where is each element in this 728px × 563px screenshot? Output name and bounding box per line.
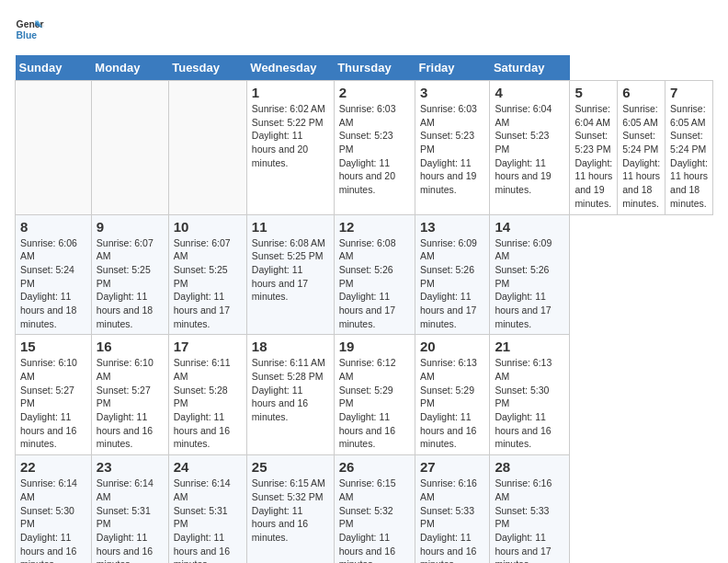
day-number: 9: [97, 219, 164, 235]
day-cell-27: 27 Sunrise: 6:16 AMSunset: 5:33 PMDaylig…: [415, 455, 490, 563]
header: General Blue: [15, 15, 713, 44]
day-info: Sunrise: 6:14 AMSunset: 5:31 PMDaylight:…: [174, 477, 231, 563]
day-number: 22: [20, 459, 86, 475]
day-cell-15: 15 Sunrise: 6:10 AMSunset: 5:27 PMDaylig…: [16, 335, 92, 455]
week-row-4: 22 Sunrise: 6:14 AMSunset: 5:30 PMDaylig…: [16, 455, 713, 563]
day-info: Sunrise: 6:08 AMSunset: 5:26 PMDaylight:…: [339, 237, 396, 329]
calendar-table: SundayMondayTuesdayWednesdayThursdayFrid…: [15, 55, 713, 563]
empty-cell: [16, 81, 92, 215]
day-cell-11: 11 Sunrise: 6:08 AMSunset: 5:25 PMDaylig…: [246, 214, 334, 335]
day-number: 23: [97, 459, 164, 475]
day-cell-12: 12 Sunrise: 6:08 AMSunset: 5:26 PMDaylig…: [334, 214, 415, 335]
header-row: SundayMondayTuesdayWednesdayThursdayFrid…: [16, 55, 713, 81]
logo: General Blue: [15, 15, 44, 44]
day-info: Sunrise: 6:13 AMSunset: 5:30 PMDaylight:…: [495, 357, 552, 449]
day-info: Sunrise: 6:11 AMSunset: 5:28 PMDaylight:…: [252, 357, 325, 422]
week-row-2: 8 Sunrise: 6:06 AMSunset: 5:24 PMDayligh…: [16, 214, 713, 335]
day-cell-24: 24 Sunrise: 6:14 AMSunset: 5:31 PMDaylig…: [168, 455, 246, 563]
day-cell-8: 8 Sunrise: 6:06 AMSunset: 5:24 PMDayligh…: [16, 214, 92, 335]
day-number: 8: [20, 219, 86, 235]
day-info: Sunrise: 6:10 AMSunset: 5:27 PMDaylight:…: [97, 357, 154, 449]
col-header-wednesday: Wednesday: [246, 55, 334, 81]
day-info: Sunrise: 6:03 AMSunset: 5:23 PMDaylight:…: [339, 103, 396, 195]
col-header-sunday: Sunday: [16, 55, 92, 81]
day-cell-21: 21 Sunrise: 6:13 AMSunset: 5:30 PMDaylig…: [490, 335, 570, 455]
day-number: 27: [420, 459, 484, 475]
logo-icon: General Blue: [15, 15, 44, 44]
day-info: Sunrise: 6:14 AMSunset: 5:31 PMDaylight:…: [97, 477, 154, 563]
day-info: Sunrise: 6:14 AMSunset: 5:30 PMDaylight:…: [20, 477, 77, 563]
day-info: Sunrise: 6:15 AMSunset: 5:32 PMDaylight:…: [252, 477, 325, 543]
day-cell-2: 2 Sunrise: 6:03 AMSunset: 5:23 PMDayligh…: [334, 81, 415, 215]
day-number: 25: [252, 459, 329, 475]
day-number: 14: [495, 219, 564, 235]
day-cell-26: 26 Sunrise: 6:15 AMSunset: 5:32 PMDaylig…: [334, 455, 415, 563]
col-header-friday: Friday: [415, 55, 490, 81]
col-header-tuesday: Tuesday: [168, 55, 246, 81]
day-cell-16: 16 Sunrise: 6:10 AMSunset: 5:27 PMDaylig…: [91, 335, 168, 455]
week-row-3: 15 Sunrise: 6:10 AMSunset: 5:27 PMDaylig…: [16, 335, 713, 455]
day-info: Sunrise: 6:04 AMSunset: 5:23 PMDaylight:…: [574, 103, 612, 209]
day-info: Sunrise: 6:02 AMSunset: 5:22 PMDaylight:…: [252, 103, 325, 168]
day-cell-23: 23 Sunrise: 6:14 AMSunset: 5:31 PMDaylig…: [91, 455, 168, 563]
day-cell-17: 17 Sunrise: 6:11 AMSunset: 5:28 PMDaylig…: [168, 335, 246, 455]
day-number: 5: [574, 85, 612, 100]
col-header-thursday: Thursday: [334, 55, 415, 81]
day-cell-19: 19 Sunrise: 6:12 AMSunset: 5:29 PMDaylig…: [334, 335, 415, 455]
empty-cell: [91, 81, 168, 215]
day-number: 28: [495, 459, 564, 475]
day-number: 17: [174, 339, 242, 354]
day-number: 1: [252, 85, 329, 100]
day-info: Sunrise: 6:13 AMSunset: 5:29 PMDaylight:…: [420, 357, 477, 449]
day-cell-22: 22 Sunrise: 6:14 AMSunset: 5:30 PMDaylig…: [16, 455, 92, 563]
day-info: Sunrise: 6:16 AMSunset: 5:33 PMDaylight:…: [495, 477, 552, 563]
day-number: 24: [174, 459, 242, 475]
day-info: Sunrise: 6:09 AMSunset: 5:26 PMDaylight:…: [495, 237, 552, 329]
day-info: Sunrise: 6:11 AMSunset: 5:28 PMDaylight:…: [174, 357, 231, 449]
svg-text:Blue: Blue: [17, 30, 38, 40]
day-number: 2: [339, 85, 410, 100]
day-number: 10: [174, 219, 242, 235]
day-info: Sunrise: 6:04 AMSunset: 5:23 PMDaylight:…: [495, 103, 552, 195]
day-number: 15: [20, 339, 86, 354]
day-info: Sunrise: 6:07 AMSunset: 5:25 PMDaylight:…: [97, 237, 154, 329]
day-info: Sunrise: 6:16 AMSunset: 5:33 PMDaylight:…: [420, 477, 477, 563]
day-number: 4: [495, 85, 564, 100]
day-info: Sunrise: 6:15 AMSunset: 5:32 PMDaylight:…: [339, 477, 396, 563]
day-number: 13: [420, 219, 484, 235]
day-number: 21: [495, 339, 564, 354]
day-number: 6: [622, 85, 660, 100]
day-number: 12: [339, 219, 410, 235]
day-cell-3: 3 Sunrise: 6:03 AMSunset: 5:23 PMDayligh…: [415, 81, 490, 215]
week-row-1: 1 Sunrise: 6:02 AMSunset: 5:22 PMDayligh…: [16, 81, 713, 215]
day-number: 19: [339, 339, 410, 354]
day-info: Sunrise: 6:05 AMSunset: 5:24 PMDaylight:…: [622, 103, 660, 209]
day-info: Sunrise: 6:08 AMSunset: 5:25 PMDaylight:…: [252, 237, 325, 303]
day-cell-1: 1 Sunrise: 6:02 AMSunset: 5:22 PMDayligh…: [246, 81, 334, 215]
day-cell-6: 6 Sunrise: 6:05 AMSunset: 5:24 PMDayligh…: [618, 81, 665, 215]
day-info: Sunrise: 6:05 AMSunset: 5:24 PMDaylight:…: [670, 103, 708, 209]
col-header-monday: Monday: [91, 55, 168, 81]
day-number: 7: [670, 85, 708, 100]
day-cell-20: 20 Sunrise: 6:13 AMSunset: 5:29 PMDaylig…: [415, 335, 490, 455]
day-cell-10: 10 Sunrise: 6:07 AMSunset: 5:25 PMDaylig…: [168, 214, 246, 335]
empty-cell: [168, 81, 246, 215]
day-number: 11: [252, 219, 329, 235]
day-cell-7: 7 Sunrise: 6:05 AMSunset: 5:24 PMDayligh…: [665, 81, 713, 215]
day-info: Sunrise: 6:09 AMSunset: 5:26 PMDaylight:…: [420, 237, 477, 329]
day-cell-13: 13 Sunrise: 6:09 AMSunset: 5:26 PMDaylig…: [415, 214, 490, 335]
day-info: Sunrise: 6:03 AMSunset: 5:23 PMDaylight:…: [420, 103, 477, 195]
day-number: 16: [97, 339, 164, 354]
day-cell-25: 25 Sunrise: 6:15 AMSunset: 5:32 PMDaylig…: [246, 455, 334, 563]
day-cell-28: 28 Sunrise: 6:16 AMSunset: 5:33 PMDaylig…: [490, 455, 570, 563]
day-info: Sunrise: 6:10 AMSunset: 5:27 PMDaylight:…: [20, 357, 77, 449]
col-header-saturday: Saturday: [490, 55, 570, 81]
day-cell-9: 9 Sunrise: 6:07 AMSunset: 5:25 PMDayligh…: [91, 214, 168, 335]
day-cell-14: 14 Sunrise: 6:09 AMSunset: 5:26 PMDaylig…: [490, 214, 570, 335]
day-number: 3: [420, 85, 484, 100]
day-cell-18: 18 Sunrise: 6:11 AMSunset: 5:28 PMDaylig…: [246, 335, 334, 455]
day-number: 18: [252, 339, 329, 354]
day-info: Sunrise: 6:06 AMSunset: 5:24 PMDaylight:…: [20, 237, 77, 329]
day-cell-4: 4 Sunrise: 6:04 AMSunset: 5:23 PMDayligh…: [490, 81, 570, 215]
day-number: 20: [420, 339, 484, 354]
